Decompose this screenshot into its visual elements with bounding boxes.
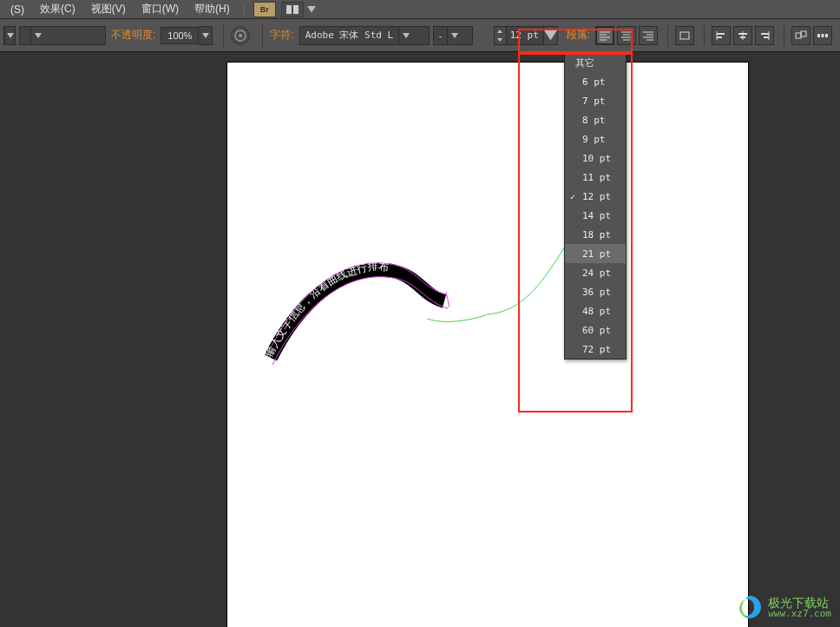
font-size-menu-item[interactable]: 36 pt <box>565 282 626 301</box>
arrange-dropdown-icon[interactable] <box>307 2 316 17</box>
svg-marker-5 <box>202 33 209 38</box>
character-label[interactable]: 字符: <box>270 28 293 43</box>
svg-line-40 <box>446 292 450 307</box>
font-size-menu-item[interactable]: ✓12 pt <box>565 187 626 206</box>
transform-button[interactable] <box>675 26 694 45</box>
menu-view[interactable]: 视图(V) <box>84 0 133 18</box>
isolate-group-button[interactable] <box>791 26 810 45</box>
distribute-button[interactable] <box>813 26 832 45</box>
font-size-menu-item[interactable]: 7 pt <box>565 91 626 110</box>
svg-marker-11 <box>497 38 502 42</box>
font-size-menu-item[interactable]: 9 pt <box>565 129 626 148</box>
font-size-menu-item[interactable]: 8 pt <box>565 110 626 129</box>
separator <box>223 24 224 47</box>
font-variant-dropdown[interactable]: - <box>433 26 473 45</box>
font-size-menu-item[interactable]: 10 pt <box>565 148 626 168</box>
svg-rect-25 <box>680 32 689 39</box>
font-size-menu-item-label: 11 pt <box>582 172 611 183</box>
svg-marker-4 <box>35 33 42 38</box>
font-size-spinner[interactable]: 12 pt <box>494 26 558 45</box>
font-size-menu-item-label: 36 pt <box>582 287 611 298</box>
svg-point-7 <box>239 34 242 37</box>
separator <box>262 24 263 47</box>
separator <box>667 24 668 47</box>
align-objects-right-button[interactable] <box>755 26 774 45</box>
fill-color-dropdown[interactable] <box>3 26 16 45</box>
font-size-menu-item[interactable]: 72 pt <box>565 340 626 359</box>
canvas-area[interactable]: 输入文字信息，沿着曲线进行排布 <box>0 52 840 627</box>
font-size-menu-item-label: 12 pt <box>582 191 611 202</box>
font-size-menu[interactable]: 其它 6 pt7 pt8 pt9 pt10 pt11 pt✓12 pt14 pt… <box>564 52 627 360</box>
svg-marker-2 <box>307 6 316 13</box>
artwork-svg: 输入文字信息，沿着曲线进行排布 <box>227 63 748 627</box>
font-size-step-up[interactable] <box>495 27 506 36</box>
separator <box>704 24 705 47</box>
menu-select[interactable]: (S) <box>3 2 31 17</box>
svg-marker-10 <box>497 30 502 33</box>
svg-rect-1 <box>293 5 299 14</box>
font-size-step-down[interactable] <box>495 36 506 44</box>
font-size-menu-item-label: 14 pt <box>582 210 611 221</box>
svg-rect-31 <box>740 36 745 38</box>
svg-rect-37 <box>817 34 820 37</box>
opacity-label: 不透明度: <box>111 28 155 43</box>
font-size-menu-item-label: 60 pt <box>582 325 611 336</box>
align-objects-left-button[interactable] <box>712 26 731 45</box>
svg-marker-9 <box>451 33 458 38</box>
font-size-menu-item[interactable]: 11 pt <box>565 168 626 187</box>
opacity-dropdown-arrow[interactable] <box>199 26 213 45</box>
bridge-icon[interactable]: Br <box>253 2 276 17</box>
font-size-menu-item-label: 24 pt <box>582 267 611 279</box>
align-left-button[interactable] <box>595 26 614 45</box>
font-size-dropdown-arrow[interactable] <box>543 27 557 44</box>
align-right-button[interactable] <box>639 26 658 45</box>
svg-rect-38 <box>822 34 824 37</box>
svg-rect-33 <box>761 33 769 35</box>
menu-effect[interactable]: 效果(C) <box>33 0 82 18</box>
menubar: (S) 效果(C) 视图(V) 窗口(W) 帮助(H) Br <box>0 0 840 19</box>
opacity-input[interactable]: 100% <box>161 27 199 44</box>
font-size-menu-item-label: 9 pt <box>582 134 606 145</box>
svg-rect-35 <box>796 33 801 38</box>
svg-rect-27 <box>717 33 725 35</box>
font-size-menu-item[interactable]: 60 pt <box>565 320 626 340</box>
font-size-value[interactable]: 12 pt <box>507 27 543 44</box>
menu-help[interactable]: 帮助(H) <box>187 0 237 18</box>
paragraph-label[interactable]: 段落: <box>567 28 590 43</box>
font-size-menu-item[interactable]: 6 pt <box>565 72 626 91</box>
menu-window[interactable]: 窗口(W) <box>135 0 186 18</box>
font-size-menu-item[interactable]: 21 pt <box>565 244 626 263</box>
check-icon: ✓ <box>570 192 575 201</box>
svg-rect-30 <box>738 33 747 35</box>
svg-marker-12 <box>544 30 557 40</box>
align-objects-center-button[interactable] <box>733 26 752 45</box>
align-center-button[interactable] <box>617 26 636 45</box>
svg-rect-39 <box>825 34 828 37</box>
arrange-documents-icon[interactable] <box>281 2 304 17</box>
font-size-menu-item-label: 8 pt <box>582 115 606 126</box>
artboard[interactable]: 输入文字信息，沿着曲线进行排布 <box>227 63 748 627</box>
svg-marker-8 <box>403 33 410 38</box>
font-size-menu-item-label: 10 pt <box>582 153 611 164</box>
svg-marker-3 <box>7 33 14 38</box>
font-size-menu-item-label: 72 pt <box>582 344 611 355</box>
font-size-menu-other[interactable]: 其它 <box>565 53 626 72</box>
svg-rect-34 <box>764 36 769 38</box>
stroke-dropdown[interactable] <box>19 26 106 45</box>
font-size-menu-item-label: 48 pt <box>582 306 611 317</box>
font-size-menu-item[interactable]: 18 pt <box>565 225 626 244</box>
svg-rect-36 <box>801 31 806 36</box>
separator <box>784 24 784 47</box>
options-bar: 不透明度: 100% 字符: Adobe 宋体 Std L - 12 pt 段落… <box>0 19 840 52</box>
recolor-artwork-icon[interactable] <box>231 26 250 45</box>
font-size-menu-item-label: 7 pt <box>582 96 606 107</box>
font-family-dropdown[interactable]: Adobe 宋体 Std L <box>299 26 430 45</box>
svg-rect-28 <box>717 36 722 38</box>
font-size-menu-item-label: 18 pt <box>582 229 611 241</box>
font-size-menu-item-label: 21 pt <box>582 248 611 260</box>
menubar-separator <box>244 3 245 16</box>
font-size-menu-item[interactable]: 14 pt <box>565 206 626 225</box>
font-size-menu-item[interactable]: 48 pt <box>565 301 626 320</box>
font-family-value: Adobe 宋体 Std L <box>300 29 398 42</box>
font-size-menu-item[interactable]: 24 pt <box>565 263 626 282</box>
